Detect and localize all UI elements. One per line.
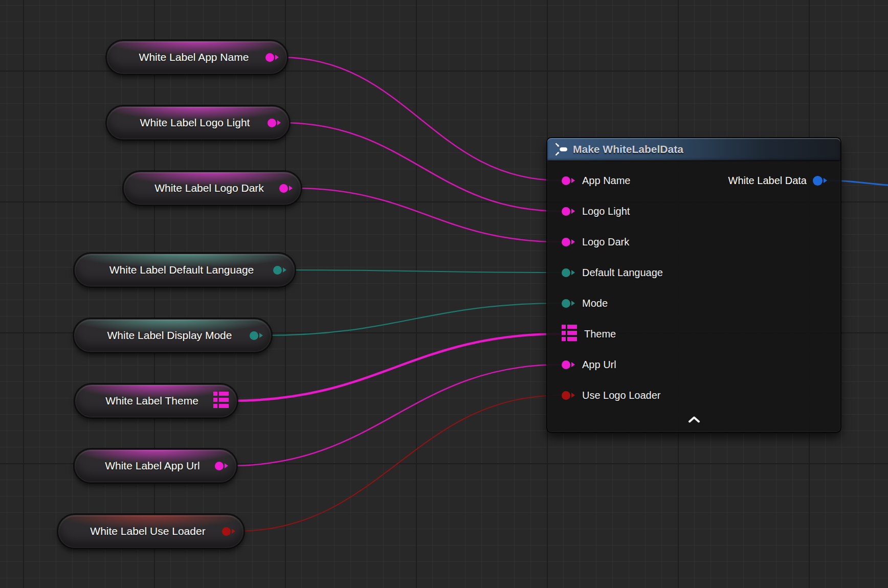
wire-theme[interactable] (230, 334, 561, 401)
node-label: White Label Default Language (90, 264, 273, 276)
wire-use-loader[interactable] (236, 395, 561, 531)
wire-logo-light[interactable] (282, 123, 561, 211)
wire-default-language[interactable] (285, 270, 561, 273)
struct-output-pin[interactable] (213, 392, 229, 410)
getter-node-white-label-display-mode[interactable]: White Label Display Mode (73, 318, 272, 353)
enum-output-pin[interactable] (273, 266, 286, 275)
output-row-white-label-data: White Label Data (728, 165, 827, 196)
pin-label: White Label Data (728, 175, 807, 187)
collapse-chevron-icon[interactable] (687, 416, 701, 423)
string-output-pin[interactable] (279, 184, 293, 193)
string-input-pin[interactable] (562, 176, 575, 185)
make-struct-icon (554, 143, 568, 156)
node-title: Make WhiteLabelData (573, 143, 683, 155)
blueprint-graph-canvas[interactable]: White Label App Name White Label Logo Li… (0, 0, 888, 588)
wire-mode[interactable] (264, 303, 561, 335)
wire-app-name[interactable] (280, 57, 561, 180)
getter-node-white-label-app-name[interactable]: White Label App Name (106, 40, 288, 75)
getter-node-white-label-use-loader[interactable]: White Label Use Loader (57, 514, 245, 549)
enum-output-pin[interactable] (250, 331, 263, 340)
pin-label: Logo Light (582, 206, 630, 217)
pin-label: Use Logo Loader (582, 390, 660, 401)
node-make-whitelabeldata[interactable]: Make WhiteLabelData App Name Logo Light … (546, 137, 841, 433)
node-label: White Label App Name (122, 51, 265, 63)
pin-label: Logo Dark (582, 236, 629, 248)
pin-label: App Name (582, 175, 631, 187)
node-label: White Label Logo Dark (139, 182, 279, 194)
getter-node-white-label-logo-dark[interactable]: White Label Logo Dark (123, 171, 302, 206)
input-row-theme: Theme (547, 319, 840, 349)
input-row-logo-light: Logo Light (547, 196, 840, 227)
getter-node-white-label-app-url[interactable]: White Label App Url (74, 448, 237, 483)
input-row-default-language: Default Language (547, 257, 840, 288)
string-input-pin[interactable] (562, 238, 575, 246)
getter-node-white-label-logo-light[interactable]: White Label Logo Light (106, 105, 290, 140)
struct-input-pin[interactable] (562, 325, 577, 343)
struct-output-pin[interactable] (813, 176, 827, 186)
input-row-mode: Mode (547, 288, 840, 319)
input-row-use-logo-loader: Use Logo Loader (547, 380, 840, 411)
input-row-app-url: App Url (547, 349, 840, 380)
getter-node-white-label-default-language[interactable]: White Label Default Language (74, 253, 296, 287)
struct-pin-icon (562, 325, 577, 341)
string-output-pin[interactable] (268, 119, 281, 127)
pin-label: Mode (582, 298, 608, 309)
node-footer (547, 411, 840, 428)
string-output-pin[interactable] (215, 462, 228, 470)
boolean-input-pin[interactable] (562, 391, 575, 400)
string-input-pin[interactable] (562, 360, 575, 369)
string-input-pin[interactable] (562, 207, 575, 216)
pin-label: Theme (584, 328, 616, 340)
node-body: App Name Logo Light Logo Dark Default La… (547, 161, 840, 433)
boolean-output-pin[interactable] (222, 527, 235, 536)
struct-pin-icon (213, 392, 229, 408)
string-output-pin[interactable] (265, 53, 279, 62)
pin-label: App Url (582, 359, 616, 371)
node-label: White Label App Url (90, 460, 215, 472)
enum-input-pin[interactable] (562, 268, 575, 277)
getter-node-white-label-theme[interactable]: White Label Theme (74, 383, 238, 418)
wire-logo-dark[interactable] (294, 188, 561, 242)
wire-app-url[interactable] (229, 365, 561, 466)
input-row-logo-dark: Logo Dark (547, 227, 840, 257)
pin-label: Default Language (582, 267, 663, 279)
enum-input-pin[interactable] (562, 299, 575, 308)
node-label: White Label Theme (91, 395, 213, 407)
node-label: White Label Display Mode (90, 329, 250, 342)
node-label: White Label Logo Light (122, 117, 268, 129)
node-header[interactable]: Make WhiteLabelData (547, 138, 840, 161)
node-label: White Label Use Loader (74, 525, 222, 537)
